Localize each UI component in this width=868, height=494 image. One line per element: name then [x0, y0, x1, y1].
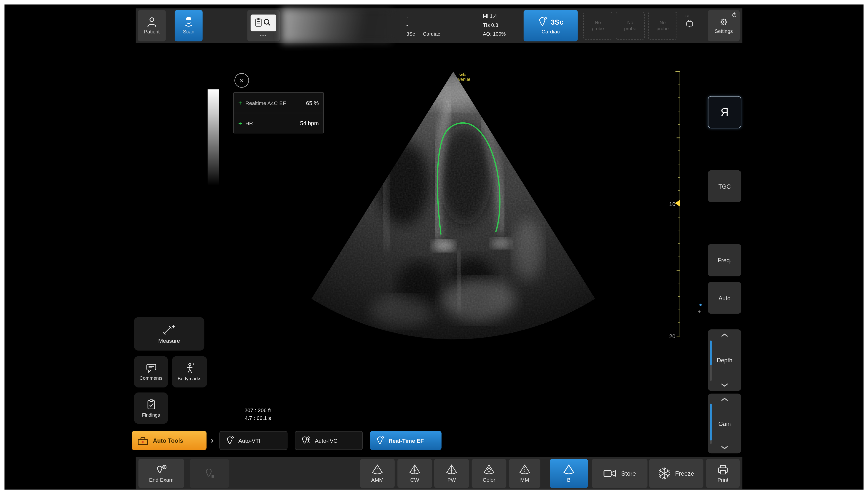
gain-control[interactable]: Gain [708, 394, 741, 453]
chevron-up-icon[interactable] [720, 333, 728, 337]
measurement-row: + Realtime A4C EF 65 % [234, 93, 323, 113]
exam-info: . - 3ScCardiac [406, 12, 479, 39]
power-icon [732, 12, 737, 17]
tgc-button[interactable]: TGC [708, 170, 741, 202]
auto-tools-button[interactable]: Auto Tools [132, 431, 207, 450]
probe-slot-empty-2: No probe [616, 12, 645, 40]
no-probe-label: No probe [589, 20, 607, 32]
clipboard-icon [256, 19, 261, 26]
comments-button[interactable]: Comments [134, 356, 168, 387]
active-probe-top: 3Sc [538, 17, 564, 27]
mode-button-cw[interactable]: CW [398, 459, 432, 488]
auto-button[interactable]: Auto [708, 282, 741, 314]
realtime-ef-label: Real-Time EF [388, 437, 424, 443]
mode-button-color[interactable]: Color [472, 459, 506, 488]
settings-button[interactable]: ⚙ Settings [708, 10, 740, 41]
settings-label: Settings [715, 28, 733, 34]
realtime-ef-button[interactable]: Real-Time EF [370, 431, 441, 450]
no-probe-label: No probe [654, 20, 672, 32]
patient-button[interactable]: Patient [138, 10, 166, 41]
end-exam-label: End Exam [149, 476, 173, 482]
end-exam-icon [155, 464, 168, 475]
probe-circle-icon [375, 436, 384, 445]
exam-preset: Cardiac [423, 31, 440, 37]
measurement-results-panel: + Realtime A4C EF 65 % + HR 54 bpm [233, 92, 324, 133]
ultrasound-image [306, 66, 596, 345]
mode-button-mm[interactable]: MM [509, 459, 540, 488]
freq-label: Freq. [718, 257, 731, 264]
findings-label: Findings [142, 412, 160, 417]
depth-label: Depth [708, 357, 741, 364]
worklist-dots: ••• [260, 33, 267, 37]
measurement-value: 65 % [306, 100, 319, 106]
mode-label: B [567, 477, 571, 483]
scan-label: Scan [183, 29, 194, 35]
probe-icon [538, 17, 547, 27]
auto-ivc-label: Auto-IVC [315, 437, 337, 443]
close-button[interactable]: × [234, 73, 249, 88]
chevron-down-icon[interactable] [720, 445, 728, 450]
mm-mode-icon [518, 464, 532, 476]
chevron-right-icon: › [211, 435, 214, 445]
probe-slot-empty-1: No probe [583, 12, 613, 40]
measurement-label: HR [245, 120, 297, 126]
exam-info-line1: . [406, 12, 479, 21]
auto-tools-label: Auto Tools [153, 437, 183, 444]
scan-probe-icon [182, 17, 195, 27]
ao-value: AO: 100% [483, 30, 506, 39]
scan-button[interactable]: Scan [175, 10, 202, 41]
auto-vti-button[interactable]: Auto-VTI [219, 431, 287, 450]
findings-button[interactable]: Findings [134, 393, 168, 424]
mode-button-b-active[interactable]: B [550, 459, 588, 488]
store-button[interactable]: Store [592, 459, 648, 488]
plus-icon: + [238, 120, 242, 127]
amm-mode-icon [370, 464, 385, 476]
cine-frame-info: 207 : 206 fr 4.7 : 66.1 s [232, 406, 283, 422]
findings-clipboard-icon [147, 399, 155, 410]
ge-port-button[interactable]: GE [686, 14, 701, 39]
probe-slot-empty-3: No probe [648, 12, 677, 40]
auto-vti-label: Auto-VTI [238, 437, 261, 443]
bodymarks-button[interactable]: Bodymarks [172, 356, 207, 387]
chevron-up-icon[interactable] [720, 398, 728, 401]
auto-ivc-button[interactable]: Auto-IVC [295, 431, 363, 450]
plus-icon: + [238, 99, 242, 106]
caliper-icon [162, 324, 176, 335]
screen-frame: Patient Scan • [0, 0, 868, 494]
frame-count: 207 : 206 fr [232, 406, 283, 414]
close-icon: × [240, 76, 244, 84]
measure-button[interactable]: Measure [134, 317, 204, 350]
bodymark-figure-icon [185, 363, 194, 373]
depth-ruler: 10 20 [669, 70, 688, 340]
auto-label: Auto [718, 294, 731, 301]
measurement-value: 54 bpm [300, 120, 319, 126]
mode-label: MM [520, 477, 529, 483]
store-label: Store [621, 470, 636, 477]
mode-label: AMM [371, 477, 383, 483]
bottom-toolbar: End Exam AMM [136, 457, 742, 490]
cw-mode-icon [407, 464, 422, 476]
measure-label: Measure [158, 338, 180, 343]
search-icon [264, 19, 269, 24]
no-probe-label: No probe [621, 20, 639, 32]
depth-control[interactable]: Depth [708, 329, 741, 391]
measurement-row: + HR 54 bpm [234, 113, 323, 133]
patient-icon [147, 17, 157, 27]
mode-label: PW [447, 477, 456, 483]
chevron-down-icon[interactable] [720, 383, 728, 387]
mode-button-pw[interactable]: PW [435, 459, 469, 488]
top-toolbar: Patient Scan • [136, 8, 742, 43]
tgc-label: TGC [718, 183, 731, 190]
print-button[interactable]: Print [706, 459, 740, 488]
ultrasound-app-screen: Patient Scan • [4, 4, 864, 490]
freq-button[interactable]: Freq. [708, 244, 741, 277]
auto-tools-chevron: › [211, 433, 214, 448]
freeze-button[interactable]: Freeze [649, 459, 703, 488]
active-probe-button[interactable]: 3Sc Cardiac [524, 10, 578, 41]
end-exam-button[interactable]: End Exam [138, 459, 184, 488]
printer-icon [717, 464, 728, 475]
orientation-marker-button[interactable]: Я [708, 96, 741, 128]
ruler-label-10: 10 [669, 201, 676, 207]
worklist-button[interactable]: ••• [247, 10, 279, 41]
mode-button-amm[interactable]: AMM [360, 459, 395, 488]
